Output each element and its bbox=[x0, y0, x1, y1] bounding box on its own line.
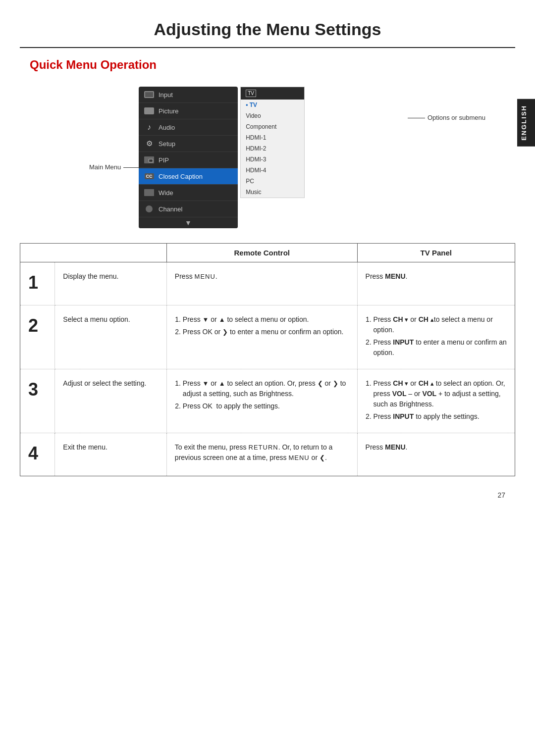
main-menu-label: Main Menu bbox=[89, 163, 121, 171]
menu-panel: Input Picture ♪ Audio ⚙ Setu bbox=[139, 87, 238, 228]
col-header-empty bbox=[20, 244, 167, 262]
table-row-2: 2 Select a menu option. Press ▼ or ▲ to … bbox=[20, 305, 515, 369]
tvpanel-steps-2: Press CH ▾ or CH ▴to select a menu or op… bbox=[366, 314, 507, 358]
menu-item-picture: Picture bbox=[139, 103, 238, 119]
menu-label-pip: PIP bbox=[159, 156, 169, 164]
menu-item-channel: Channel bbox=[139, 201, 238, 217]
page-title: Adjusting the Menu Settings bbox=[20, 0, 515, 48]
submenu-item-hdmi1: HDMI-1 bbox=[241, 132, 304, 143]
section-title: Quick Menu Operation bbox=[0, 48, 535, 77]
menu-item-audio: ♪ Audio bbox=[139, 119, 238, 136]
menu-diagram: Main Menu Options or submenu Input Pictu… bbox=[0, 77, 535, 233]
step-tvpanel-2: Press CH ▾ or CH ▴to select a menu or op… bbox=[357, 305, 515, 369]
table-row-4: 4 Exit the menu. To exit the menu, press… bbox=[20, 433, 515, 476]
step-num-4: 4 bbox=[20, 433, 55, 476]
list-item: Press ▼ or ▲ to select an option. Or, pr… bbox=[183, 378, 349, 399]
options-label: Options or submenu bbox=[428, 114, 485, 121]
submenu-item-tv: • TV bbox=[241, 100, 304, 110]
submenu-item-video: Video bbox=[241, 110, 304, 121]
menu-item-wide: Wide bbox=[139, 185, 238, 201]
menu-label-channel: Channel bbox=[159, 205, 182, 213]
menu-label-audio: Audio bbox=[159, 124, 175, 131]
submenu-item-hdmi3: HDMI-3 bbox=[241, 154, 304, 165]
list-item: Press CH ▾ or CH ▴to select a menu or op… bbox=[374, 314, 507, 335]
cc-icon: CC bbox=[144, 172, 155, 181]
picture-icon bbox=[144, 106, 155, 115]
setup-icon: ⚙ bbox=[144, 139, 155, 148]
list-item: Press OK to apply the settings. bbox=[183, 401, 349, 411]
step-num-3: 3 bbox=[20, 369, 55, 433]
step-remote-4: To exit the menu, press RETURN. Or, to r… bbox=[166, 433, 357, 476]
list-item: Press OK or ❯ to enter a menu or confirm… bbox=[183, 327, 349, 337]
menu-label-picture: Picture bbox=[159, 107, 178, 115]
menu-label-setup: Setup bbox=[159, 140, 175, 148]
menu-item-input: Input bbox=[139, 87, 238, 103]
col-header-remote: Remote Control bbox=[166, 244, 357, 262]
col-header-tvpanel: TV Panel bbox=[357, 244, 515, 262]
pip-icon bbox=[144, 155, 155, 164]
step-tvpanel-4: Press MENU. bbox=[357, 433, 515, 476]
remote-steps-2: Press ▼ or ▲ to select a menu or option.… bbox=[175, 314, 349, 337]
step-num-2: 2 bbox=[20, 305, 55, 369]
table-row-3: 3 Adjust or select the setting. Press ▼ … bbox=[20, 369, 515, 433]
list-item: Press CH ▾ or CH ▴ to select an option. … bbox=[374, 378, 507, 409]
submenu-item-component: Component bbox=[241, 121, 304, 132]
step-remote-2: Press ▼ or ▲ to select a menu or option.… bbox=[166, 305, 357, 369]
step-remote-1: Press MENU. bbox=[166, 262, 357, 305]
step-desc-3: Adjust or select the setting. bbox=[55, 369, 167, 433]
audio-icon: ♪ bbox=[144, 123, 155, 132]
menu-label-cc: Closed Caption bbox=[159, 173, 203, 180]
step-remote-3: Press ▼ or ▲ to select an option. Or, pr… bbox=[166, 369, 357, 433]
submenu-item-hdmi4: HDMI-4 bbox=[241, 165, 304, 176]
remote-steps-3: Press ▼ or ▲ to select an option. Or, pr… bbox=[175, 378, 349, 411]
step-num-1: 1 bbox=[20, 262, 55, 305]
key-return: RETURN bbox=[249, 444, 278, 451]
channel-icon bbox=[144, 204, 155, 213]
list-item: Press INPUT to apply the settings. bbox=[374, 411, 507, 422]
step-tvpanel-1: Press MENU. bbox=[357, 262, 515, 305]
page-number: 27 bbox=[0, 486, 535, 504]
list-item: Press ▼ or ▲ to select a menu or option. bbox=[183, 314, 349, 325]
input-icon bbox=[144, 90, 155, 99]
instructions-table: Remote Control TV Panel 1 Display the me… bbox=[20, 243, 515, 476]
submenu-header: TV bbox=[241, 87, 304, 100]
submenu-item-pc: PC bbox=[241, 176, 304, 187]
submenu-panel: TV • TV Video Component HDMI-1 HDMI-2 HD… bbox=[240, 87, 305, 198]
menu-item-pip: PIP bbox=[139, 152, 238, 168]
step-desc-1: Display the menu. bbox=[55, 262, 167, 305]
key-menu-1: MENU bbox=[195, 273, 215, 280]
menu-item-setup: ⚙ Setup bbox=[139, 136, 238, 152]
menu-label-wide: Wide bbox=[159, 189, 173, 197]
scroll-down-indicator: ▼ bbox=[139, 217, 238, 228]
wide-icon bbox=[144, 188, 155, 197]
menu-item-cc: CC Closed Caption bbox=[139, 168, 238, 185]
key-menu-bold-4: MENU bbox=[385, 443, 405, 451]
step-desc-2: Select a menu option. bbox=[55, 305, 167, 369]
submenu-item-music: Music bbox=[241, 187, 304, 198]
tvpanel-steps-3: Press CH ▾ or CH ▴ to select an option. … bbox=[366, 378, 507, 422]
tv-icon: TV bbox=[246, 90, 256, 97]
key-menu-4: MENU bbox=[288, 454, 309, 461]
key-menu-bold-1: MENU bbox=[385, 272, 405, 280]
list-item: Press INPUT to enter a menu or confirm a… bbox=[374, 337, 507, 358]
step-desc-4: Exit the menu. bbox=[55, 433, 167, 476]
submenu-item-hdmi2: HDMI-2 bbox=[241, 143, 304, 154]
menu-label-input: Input bbox=[159, 91, 173, 99]
english-side-tab: ENGLISH bbox=[517, 99, 535, 147]
table-row-1: 1 Display the menu. Press MENU. Press ME… bbox=[20, 262, 515, 305]
step-tvpanel-3: Press CH ▾ or CH ▴ to select an option. … bbox=[357, 369, 515, 433]
